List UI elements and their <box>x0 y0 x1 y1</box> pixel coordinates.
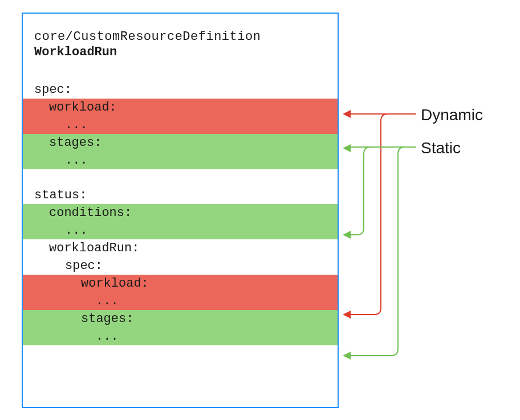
arrow-static-2 <box>344 147 416 235</box>
conditions-ellipsis: ... <box>23 222 338 239</box>
conditions-block: conditions: ... <box>23 204 338 239</box>
nested-spec-key: spec: <box>23 257 338 275</box>
arrow-static-1 <box>344 147 416 148</box>
stages-ellipsis-2: ... <box>23 328 338 345</box>
workload-block-1: workload: ... <box>23 99 338 134</box>
yaml-content: spec: workload: ... stages: ... status: … <box>23 81 338 345</box>
workloadrun-key: workloadRun: <box>23 239 338 257</box>
stages-block-2: stages: ... <box>23 310 338 345</box>
workload-ellipsis-2: ... <box>23 292 338 310</box>
workload-block-2: workload: ... <box>23 275 338 310</box>
spacer-1 <box>23 169 338 186</box>
workload-ellipsis-1: ... <box>23 116 338 134</box>
crd-box: core/CustomResourceDefinition WorkloadRu… <box>22 13 339 408</box>
arrow-static-3 <box>344 147 416 356</box>
static-label: Static <box>421 139 461 157</box>
spec-key: spec: <box>23 81 338 99</box>
stages-block-1: stages: ... <box>23 134 338 169</box>
dynamic-label: Dynamic <box>421 106 483 124</box>
conditions-key: conditions: <box>23 204 338 222</box>
arrow-dynamic-2 <box>344 114 416 315</box>
stages-key-1: stages: <box>23 134 338 152</box>
stages-ellipsis-1: ... <box>23 152 338 169</box>
crd-header: core/CustomResourceDefinition WorkloadRu… <box>23 14 338 59</box>
status-key: status: <box>23 186 338 204</box>
workload-key-2: workload: <box>23 275 338 292</box>
crd-name: WorkloadRun <box>34 45 326 59</box>
stages-key-2: stages: <box>23 310 338 328</box>
crd-type-label: core/CustomResourceDefinition <box>34 30 326 44</box>
workload-key-1: workload: <box>23 99 338 116</box>
